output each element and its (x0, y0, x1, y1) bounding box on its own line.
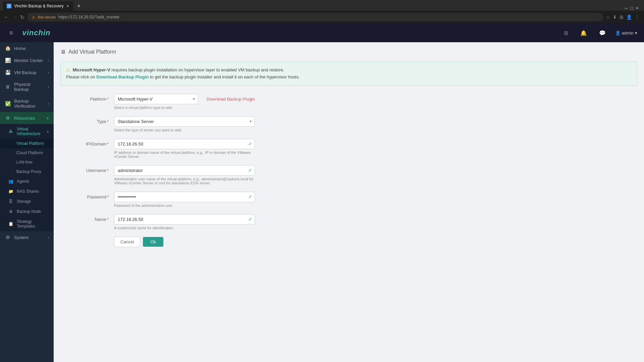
password-field: ✓ Password of the administrative user. (114, 192, 255, 207)
address-text: https://172.18.26.52/?add_vcenter (58, 15, 119, 19)
sidebar-item-resources[interactable]: ⚙ Resources ∨ (0, 112, 54, 124)
password-input[interactable] (114, 192, 255, 202)
platform-field: Microsoft Hyper-VVMware vCenterVMware ES… (114, 94, 255, 110)
user-chevron-icon: ▾ (635, 31, 637, 36)
sidebar-subitem-virtual-platform[interactable]: ◦ Virtual Platform (0, 139, 54, 148)
platform-select-wrapper: Microsoft Hyper-VVMware vCenterVMware ES… (114, 94, 198, 104)
ip-hint: IP address or domain name of the virtual… (114, 150, 255, 159)
sidebar-lan-free-label: LAN-free (16, 160, 33, 165)
username-label: Username* (60, 165, 114, 173)
username-input-wrapper: ✓ (114, 165, 255, 176)
download-plugin-link[interactable]: Download Backup Plugin (206, 97, 255, 102)
username-field: ✓ Administrative user name of the virtua… (114, 165, 255, 185)
password-label: Password* (60, 192, 114, 199)
name-input[interactable] (114, 214, 255, 225)
chat-icon[interactable]: 💬 (596, 28, 608, 38)
page-title-text: Add Virtual Platform (68, 49, 116, 55)
app-logo: vinchin (22, 28, 51, 37)
username-hint: Administrative user name of the virtual … (114, 177, 255, 185)
sidebar-subitem-storage[interactable]: 🗄 Storage (0, 196, 54, 206)
sidebar-item-monitor[interactable]: 📊 Monitor Center ‹ (0, 54, 54, 66)
address-field[interactable]: ⚠ Not secure https://172.18.26.52/?add_v… (27, 13, 603, 21)
sidebar-item-home[interactable]: 🏠 Home (0, 42, 54, 54)
sidebar-subitem-backup-proxy[interactable]: ◦ Backup Proxy (0, 167, 54, 176)
alert-bold-text: Microsoft Hyper-V (73, 67, 110, 72)
sidebar-item-physical-backup[interactable]: 🖥 Physical Backup ‹ (0, 78, 54, 95)
sidebar-item-vm-backup[interactable]: 💾 VM Backup ‹ (0, 66, 54, 78)
sidebar-item-system[interactable]: ⚙ System ‹ (0, 231, 54, 243)
sidebar-resources-label: Resources (14, 116, 43, 121)
grid-icon[interactable]: ⊞ (561, 28, 571, 38)
browser-tab-active[interactable]: V Vinchin Backup & Recovery × (3, 1, 73, 11)
username-input[interactable] (114, 165, 255, 176)
browser-menu-icon[interactable]: ⋮ (635, 14, 640, 20)
backup-verify-icon: ✅ (5, 101, 11, 106)
sidebar-strategy-templates-label: Strategy Templates (17, 219, 49, 229)
sidebar-subitem-backup-node[interactable]: 🖥 Backup Node (0, 206, 54, 217)
form-row-username: Username* ✓ Administrative user name of … (60, 165, 637, 185)
type-select[interactable]: Standalone ServerCluster (114, 116, 255, 127)
sidebar-subitem-cloud-platform[interactable]: ◦ Cloud Platform (0, 148, 54, 158)
resources-chevron-icon: ∨ (46, 116, 49, 120)
type-field: Standalone ServerCluster ▾ Select the ty… (114, 116, 255, 132)
new-tab-btn[interactable]: + (74, 1, 84, 11)
window-close-btn[interactable]: × (636, 5, 639, 11)
sidebar-backup-verify-label: Backup Verification (14, 99, 44, 109)
browser-tabs-bar: V Vinchin Backup & Recovery × + ─ □ × (0, 0, 644, 11)
platform-select[interactable]: Microsoft Hyper-VVMware vCenterVMware ES… (114, 94, 198, 104)
user-name: admin (622, 31, 634, 36)
sidebar-subitem-virtual-infra[interactable]: 🖧 Virtual Infrastructure ∨ (0, 124, 54, 139)
sidebar-physical-backup-label: Physical Backup (14, 82, 44, 92)
sidebar-subitem-nas-shares[interactable]: 📁 NAS Shares (0, 186, 54, 196)
window-minimize-btn[interactable]: ─ (624, 5, 628, 11)
name-field: ✓ A customized name for identification. (114, 214, 255, 230)
form-actions: Cancel Ok (114, 237, 637, 247)
browser-chrome: V Vinchin Backup & Recovery × + ─ □ × ← … (0, 0, 644, 23)
browser-ext-icon3: ⊞ (620, 14, 624, 20)
user-menu[interactable]: 👤 admin ▾ (615, 31, 637, 36)
tab-favicon: V (7, 4, 11, 8)
user-avatar-icon: 👤 (615, 31, 621, 36)
sidebar-subitem-agents[interactable]: 👥 Agents (0, 176, 54, 186)
sidebar-subitem-strategy-templates[interactable]: 📋 Strategy Templates (0, 217, 54, 231)
form-row-platform: Platform* Microsoft Hyper-VVMware vCente… (60, 94, 637, 110)
virtual-platform-dot-icon: ◦ (13, 142, 14, 145)
platform-hint: Select a virtual platform type to add. (114, 106, 255, 110)
cancel-button[interactable]: Cancel (114, 237, 140, 247)
back-btn[interactable]: ← (4, 14, 9, 20)
ok-button[interactable]: Ok (143, 237, 163, 247)
alert-text2: Please click on (66, 74, 96, 79)
forward-btn[interactable]: → (12, 14, 17, 20)
system-chevron-icon: ‹ (48, 235, 49, 239)
sidebar-monitor-label: Monitor Center (14, 58, 44, 63)
type-hint: Select the type of server you want to ad… (114, 128, 255, 132)
name-label: Name* (60, 214, 114, 222)
sidebar-subitem-lan-free[interactable]: ◦ LAN-free (0, 158, 54, 167)
security-label: Not secure (38, 15, 56, 19)
type-select-wrapper: Standalone ServerCluster ▾ (114, 116, 255, 127)
storage-icon: 🗄 (8, 199, 13, 204)
window-maximize-btn[interactable]: □ (630, 5, 633, 11)
sidebar-item-backup-verify[interactable]: ✅ Backup Verification ‹ (0, 95, 54, 112)
window-controls: ─ □ × (622, 5, 641, 11)
sidebar-submenu-resources: 🖧 Virtual Infrastructure ∨ ◦ Virtual Pla… (0, 124, 54, 231)
name-input-wrapper: ✓ (114, 214, 255, 225)
lan-free-dot-icon: ◦ (13, 161, 14, 164)
alert-line1: ⚠ Microsoft Hyper-V requires backup plug… (66, 67, 632, 74)
browser-ext-icon2: ⬇ (613, 14, 617, 20)
username-check-icon: ✓ (248, 168, 252, 173)
alert-download-link[interactable]: Download Backup Plugin (96, 74, 149, 79)
alert-box: ⚠ Microsoft Hyper-V requires backup plug… (60, 62, 637, 86)
password-hint: Password of the administrative user. (114, 203, 255, 207)
bell-icon[interactable]: 🔔 (578, 28, 590, 38)
ip-input[interactable] (114, 139, 255, 149)
tab-close-btn[interactable]: × (66, 3, 69, 9)
sidebar-backup-proxy-label: Backup Proxy (16, 169, 41, 174)
home-icon: 🏠 (5, 46, 11, 51)
form-row-password: Password* ✓ Password of the administrati… (60, 192, 637, 207)
virtual-infra-chevron-icon: ∨ (47, 130, 49, 133)
page-title-icon: 🖥 (60, 49, 66, 55)
ip-label: IP/Domain* (60, 139, 114, 146)
refresh-btn[interactable]: ↻ (20, 14, 24, 20)
hamburger-icon[interactable]: ≡ (7, 28, 16, 38)
